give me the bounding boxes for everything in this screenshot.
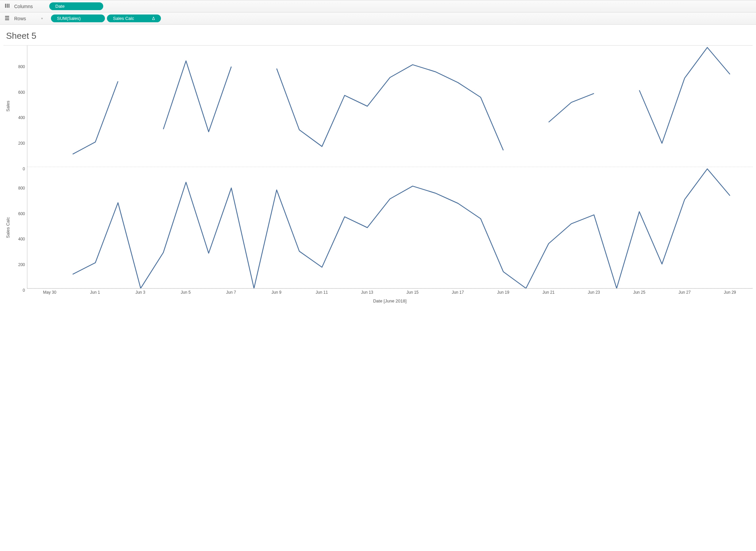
x-tick-label: Jun 17 — [452, 290, 464, 295]
sheet-title[interactable]: Sheet 5 — [0, 25, 756, 45]
pill-label: Date — [55, 4, 64, 9]
shelf-area: Columns Date Rows ▾ SUM(Sales)Sales Calc… — [0, 0, 756, 25]
y-tick-label: 800 — [18, 186, 25, 191]
svg-rect-1 — [7, 4, 8, 8]
chart-line[interactable] — [73, 81, 118, 154]
y-axis-title: Sales — [3, 46, 12, 167]
chevron-down-icon[interactable]: ▾ — [41, 17, 43, 20]
pill-label: SUM(Sales) — [57, 16, 81, 21]
y-tick-label: 400 — [18, 115, 25, 120]
x-axis-title: Date [June 2018] — [27, 296, 753, 308]
svg-rect-5 — [5, 19, 9, 20]
columns-icon — [3, 3, 11, 9]
x-tick-label: Jun 3 — [135, 290, 145, 295]
svg-rect-3 — [5, 16, 9, 17]
x-tick-label: Jun 11 — [316, 290, 328, 295]
x-tick-label: Jun 5 — [181, 290, 191, 295]
y-tick-label: 400 — [18, 237, 25, 241]
x-tick-label: Jun 9 — [272, 290, 281, 295]
x-tick-label: Jun 27 — [678, 290, 691, 295]
rows-label: Rows — [14, 16, 41, 21]
field-pill[interactable]: SUM(Sales) — [51, 14, 105, 22]
field-pill[interactable]: Date — [49, 2, 103, 10]
y-axis-title: Sales Calc — [3, 167, 12, 288]
pill-label: Sales Calc — [113, 16, 134, 21]
rows-icon — [3, 15, 11, 22]
rows-shelf[interactable]: Rows ▾ SUM(Sales)Sales CalcΔ — [0, 12, 756, 24]
svg-rect-2 — [8, 4, 9, 8]
y-tick-label: 200 — [18, 262, 25, 267]
svg-rect-0 — [5, 4, 6, 8]
x-tick-label: Jun 21 — [542, 290, 555, 295]
x-tick-label: Jun 15 — [407, 290, 419, 295]
viz-area: Sales0200400600800Sales Calc020040060080… — [3, 45, 753, 308]
svg-rect-4 — [5, 18, 9, 19]
chart-line[interactable] — [549, 93, 594, 122]
columns-shelf[interactable]: Columns Date — [0, 0, 756, 12]
x-tick-label: Jun 7 — [226, 290, 236, 295]
y-axis-ticks[interactable]: 0200400600800 — [12, 167, 27, 288]
chart-line[interactable] — [277, 65, 503, 150]
y-tick-label: 800 — [18, 64, 25, 69]
x-tick-label: May 30 — [43, 290, 56, 295]
x-tick-label: Jun 1 — [90, 290, 100, 295]
plot-area[interactable] — [27, 167, 753, 288]
columns-label: Columns — [14, 4, 41, 9]
table-calc-icon: Δ — [152, 16, 155, 21]
x-tick-label: Jun 23 — [588, 290, 600, 295]
plot-area[interactable] — [27, 46, 753, 167]
y-tick-label: 200 — [18, 141, 25, 146]
chart-line[interactable] — [639, 48, 730, 143]
x-tick-label: Jun 13 — [361, 290, 373, 295]
x-tick-label: Jun 19 — [497, 290, 509, 295]
y-tick-label: 600 — [18, 211, 25, 216]
y-tick-label: 600 — [18, 90, 25, 95]
x-tick-label: Jun 29 — [724, 290, 736, 295]
field-pill[interactable]: Sales CalcΔ — [107, 14, 161, 22]
y-tick-label: 0 — [23, 288, 25, 293]
x-axis-ticks[interactable]: May 30Jun 1Jun 3Jun 5Jun 7Jun 9Jun 11Jun… — [27, 288, 753, 296]
y-axis-ticks[interactable]: 0200400600800 — [12, 46, 27, 167]
x-tick-label: Jun 25 — [633, 290, 645, 295]
chart-line[interactable] — [73, 169, 730, 288]
chart-line[interactable] — [163, 61, 231, 132]
